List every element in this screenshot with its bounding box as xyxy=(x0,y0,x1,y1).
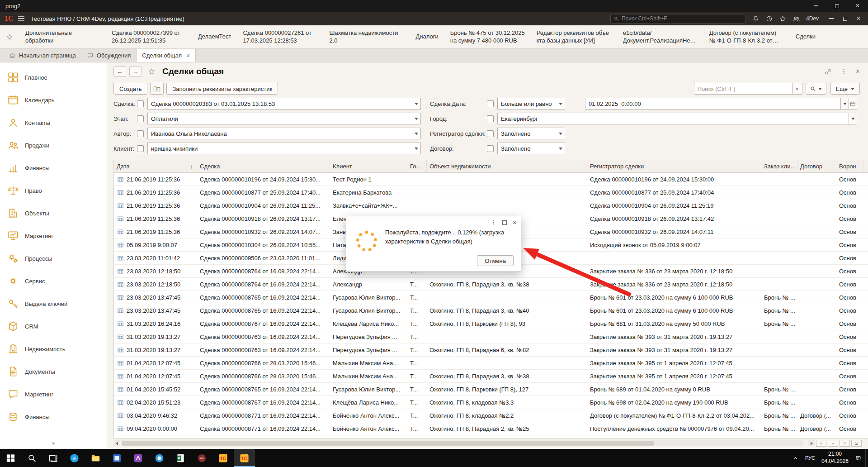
sidebar-item-prodazhi[interactable]: Продажи xyxy=(0,134,107,157)
contract-filter-checkbox[interactable] xyxy=(487,145,494,152)
taskbar-app-1c-active[interactable] xyxy=(234,449,255,467)
registrar-filter-select[interactable] xyxy=(497,128,565,139)
table-row[interactable]: 01.04.2020 12:07:45 Сделка 000000008766 … xyxy=(114,370,868,383)
sidebar-item-obekty[interactable]: Объекты xyxy=(0,202,107,224)
column-header[interactable]: Го... xyxy=(407,160,427,172)
page-up-button[interactable] xyxy=(828,440,838,447)
favorites-star-icon[interactable] xyxy=(5,33,14,41)
back-button[interactable]: ← xyxy=(113,66,126,77)
deal-filter-checkbox[interactable] xyxy=(137,100,144,107)
deal-date-filter-input[interactable] xyxy=(585,98,841,110)
table-row[interactable]: 21.06.2019 11:25:36 Сделка 000000010877 … xyxy=(114,186,868,199)
create-group-button[interactable] xyxy=(150,83,164,95)
tab-discussions[interactable]: Обсуждения xyxy=(81,49,137,62)
go-to-top-button[interactable] xyxy=(816,440,826,447)
sidebar-item-glavnoe[interactable]: Главное xyxy=(0,66,107,89)
app-restore-button[interactable] xyxy=(838,12,852,25)
favorite-link[interactable]: Шахматка недвижимости 2.0 xyxy=(329,29,404,45)
app-close-button[interactable]: × xyxy=(852,12,865,25)
dialog-menu-icon[interactable] xyxy=(491,219,496,225)
column-header[interactable]: Дата ↓ xyxy=(114,160,197,172)
taskbar-clock[interactable]: 21:00 04.04.2026 xyxy=(821,451,849,465)
favorite-link[interactable]: Бронь № 475 от 30.12.2025 на сумму 7 480… xyxy=(450,29,525,45)
date-dropdown-button[interactable] xyxy=(841,98,849,110)
taskbar-app-edge[interactable] xyxy=(64,449,85,467)
fill-characteristics-button[interactable]: Заполнить реквизиты характеристик xyxy=(166,83,278,95)
global-search-input[interactable] xyxy=(622,15,743,22)
favorite-link[interactable]: Дополнительные обработки xyxy=(25,29,100,45)
scrollbar-track[interactable] xyxy=(121,440,803,446)
stage-filter-checkbox[interactable] xyxy=(137,115,144,122)
table-row[interactable]: 03.04.2020 9:46:32 Сделка 000000008771 о… xyxy=(114,409,868,422)
client-filter-checkbox[interactable] xyxy=(137,145,144,152)
sidebar-item-marketing-2[interactable]: Маркетинг xyxy=(0,383,107,405)
create-button[interactable]: Создать xyxy=(113,83,147,95)
favorite-link[interactable]: Сделка 000000027261 от 17.03.2025 12:28:… xyxy=(243,29,317,45)
contract-filter-select[interactable] xyxy=(497,143,565,154)
language-indicator[interactable]: РУС xyxy=(805,455,815,461)
deal-date-filter-checkbox[interactable] xyxy=(487,100,494,107)
table-row[interactable]: 23.03.2020 12:18:50 Сделка 000000008764 … xyxy=(114,278,868,291)
sidebar-item-vydacha-klyuchey[interactable]: Выдача ключей xyxy=(0,292,107,315)
chevron-down-icon[interactable] xyxy=(415,103,418,105)
search-button[interactable] xyxy=(806,83,826,95)
favorite-link[interactable]: Диалоги xyxy=(415,33,438,41)
sidebar-scroll-down-icon[interactable] xyxy=(52,439,55,446)
sidebar-item-finansy[interactable]: Финансы xyxy=(0,157,107,179)
table-row[interactable]: 31.03.2020 19:13:27 Сделка 000000008763 … xyxy=(114,330,868,343)
taskbar-app-purple[interactable] xyxy=(127,449,149,467)
sidebar-item-kontakty[interactable]: Контакты xyxy=(0,111,107,134)
favorites-star-icon[interactable] xyxy=(779,15,787,23)
taskbar-app-blue[interactable] xyxy=(106,449,127,467)
forward-button[interactable]: → xyxy=(129,66,142,77)
deal-filter-input[interactable] xyxy=(147,98,421,110)
page-favorite-star-icon[interactable] xyxy=(147,67,156,76)
chevron-down-icon[interactable] xyxy=(559,148,562,150)
tab-close-icon[interactable]: × xyxy=(186,52,190,59)
window-maximize-button[interactable] xyxy=(826,0,847,12)
sidebar-item-crm[interactable]: CRM xyxy=(0,315,107,338)
window-close-button[interactable]: × xyxy=(847,0,868,12)
hidden-icons-chevron-icon[interactable] xyxy=(792,455,799,462)
column-header[interactable]: Договор xyxy=(797,160,836,172)
list-search-input[interactable] xyxy=(694,83,793,95)
scroll-right-icon[interactable] xyxy=(808,440,815,446)
registrar-filter-checkbox[interactable] xyxy=(487,130,494,137)
sidebar-item-dokumenty[interactable]: Документы xyxy=(0,360,107,383)
sidebar-item-finansy-2[interactable]: Финансы xyxy=(0,405,107,428)
table-row[interactable]: 31.03.2020 16:24:16 Сделка 000000008767 … xyxy=(114,317,868,330)
taskbar-app-red[interactable] xyxy=(191,449,212,467)
chevron-down-icon[interactable] xyxy=(415,148,418,150)
taskbar-app-excel[interactable] xyxy=(170,449,191,467)
sidebar-item-pravo[interactable]: Право xyxy=(0,179,107,202)
favorite-link[interactable]: Договор (с покупателем) № Ф1-О-ГП-8-Кл-3… xyxy=(709,29,784,45)
column-header[interactable]: Клиент xyxy=(330,160,407,172)
history-icon[interactable] xyxy=(765,15,773,23)
city-filter-checkbox[interactable] xyxy=(487,115,494,122)
more-menu-icon[interactable] xyxy=(840,68,848,76)
author-filter-checkbox[interactable] xyxy=(137,130,144,137)
chevron-down-icon[interactable] xyxy=(415,118,418,120)
page-close-icon[interactable]: × xyxy=(856,68,860,75)
table-row[interactable]: 09.04.2020 0:00:00 Сделка 000000008771 о… xyxy=(114,422,868,435)
scrollbar-thumb[interactable] xyxy=(122,441,654,446)
favorite-link[interactable]: e1cib/data/Документ.РеализацияНедвижимос… xyxy=(623,29,698,45)
favorite-link[interactable]: Сделки xyxy=(796,33,816,41)
taskbar-app-1c[interactable] xyxy=(212,449,234,467)
city-filter-input[interactable] xyxy=(497,113,849,124)
sidebar-item-servis[interactable]: Сервис xyxy=(0,270,107,292)
deal-date-comparison-select[interactable] xyxy=(497,98,565,110)
table-row[interactable]: 31.03.2020 19:13:27 Сделка 000000008763 … xyxy=(114,343,868,357)
favorite-link[interactable]: Сделка 000000027399 от 26.12.2025 12:51:… xyxy=(112,29,186,45)
sidebar-item-marketing[interactable]: Маркетинг xyxy=(0,224,107,247)
app-minimize-button[interactable] xyxy=(825,12,838,25)
go-to-bottom-button[interactable] xyxy=(851,440,862,447)
global-search[interactable] xyxy=(610,14,746,24)
scroll-left-icon[interactable] xyxy=(113,440,120,446)
table-row[interactable]: 23.03.2020 13:47:45 Сделка 000000008765 … xyxy=(114,304,868,317)
sidebar-item-nedvizhimost[interactable]: Недвижимость xyxy=(0,338,107,360)
city-dropdown-button[interactable] xyxy=(849,113,857,124)
chevron-down-icon[interactable] xyxy=(559,103,562,105)
more-button[interactable]: Еще xyxy=(830,83,860,95)
taskbar-search-button[interactable] xyxy=(21,449,42,467)
